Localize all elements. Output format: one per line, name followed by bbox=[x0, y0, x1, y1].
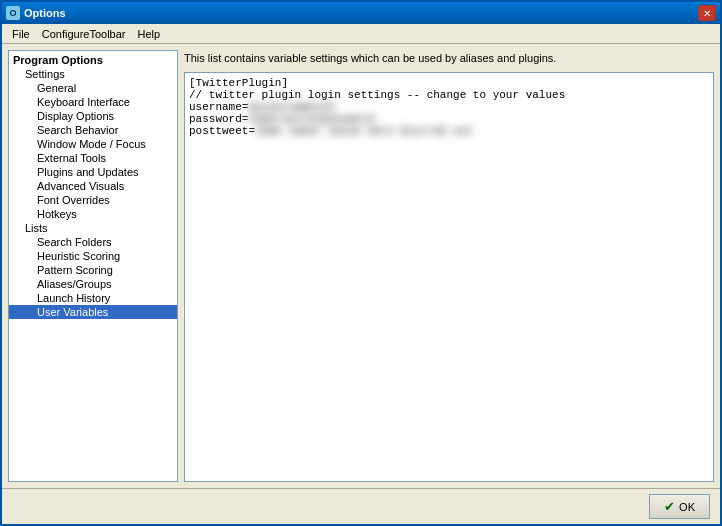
sidebar-item-search-folders[interactable]: Search Folders bbox=[9, 235, 177, 249]
menu-file[interactable]: File bbox=[6, 26, 36, 42]
description-text: This list contains variable settings whi… bbox=[184, 50, 714, 66]
editor-line2: // twitter plugin login settings -- chan… bbox=[189, 89, 565, 101]
main-panel: This list contains variable settings whi… bbox=[184, 50, 714, 482]
editor-line3: username= bbox=[189, 101, 248, 113]
title-bar: O Options ✕ bbox=[2, 2, 720, 24]
content-area: Program Options Settings General Keyboar… bbox=[2, 44, 720, 488]
sidebar-item-pattern-scoring[interactable]: Pattern Scoring bbox=[9, 263, 177, 277]
close-button[interactable]: ✕ bbox=[698, 5, 716, 21]
sidebar-item-search-behavior[interactable]: Search Behavior bbox=[9, 123, 177, 137]
editor-line5: posttweet= bbox=[189, 125, 255, 137]
sidebar-item-heuristic-scoring[interactable]: Heuristic Scoring bbox=[9, 249, 177, 263]
sidebar-item-program-options[interactable]: Program Options bbox=[9, 53, 177, 67]
sidebar-item-lists[interactable]: Lists bbox=[9, 221, 177, 235]
sidebar-item-advanced-visuals[interactable]: Advanced Visuals bbox=[9, 179, 177, 193]
sidebar-item-display-options[interactable]: Display Options bbox=[9, 109, 177, 123]
footer: ✔ OK bbox=[2, 488, 720, 524]
editor-line4: password= bbox=[189, 113, 248, 125]
editor-area[interactable]: [TwitterPlugin] // twitter plugin login … bbox=[184, 72, 714, 482]
ok-checkmark: ✔ bbox=[664, 499, 675, 514]
sidebar-item-keyboard-interface[interactable]: Keyboard Interface bbox=[9, 95, 177, 109]
sidebar-item-settings[interactable]: Settings bbox=[9, 67, 177, 81]
sidebar-item-user-variables[interactable]: User Variables bbox=[9, 305, 177, 319]
ok-label: OK bbox=[679, 501, 695, 513]
sidebar-item-aliases-groups[interactable]: Aliases/Groups bbox=[9, 277, 177, 291]
menu-bar: File ConfigureToolbar Help bbox=[2, 24, 720, 44]
window-title: Options bbox=[24, 7, 66, 19]
sidebar-item-plugins-and-updates[interactable]: Plugins and Updates bbox=[9, 165, 177, 179]
sidebar-tree: Program Options Settings General Keyboar… bbox=[8, 50, 178, 482]
editor-username-value: myusername123 bbox=[248, 101, 334, 113]
title-bar-left: O Options bbox=[6, 6, 66, 20]
options-window: O Options ✕ File ConfigureToolbar Help P… bbox=[0, 0, 722, 526]
window-icon: O bbox=[6, 6, 20, 20]
editor-password-value: supersecretpassword bbox=[248, 113, 373, 125]
sidebar-item-window-mode-focus[interactable]: Window Mode / Focus bbox=[9, 137, 177, 151]
menu-configure-toolbar[interactable]: ConfigureToolbar bbox=[36, 26, 132, 42]
menu-help[interactable]: Help bbox=[132, 26, 167, 42]
ok-button[interactable]: ✔ OK bbox=[649, 494, 710, 519]
sidebar-item-external-tools[interactable]: External Tools bbox=[9, 151, 177, 165]
sidebar-item-launch-history[interactable]: Launch History bbox=[9, 291, 177, 305]
sidebar-item-hotkeys[interactable]: Hotkeys bbox=[9, 207, 177, 221]
sidebar-item-font-overrides[interactable]: Font Overrides bbox=[9, 193, 177, 207]
editor-posttweet-value: some tweet value here blurred out bbox=[255, 125, 473, 137]
sidebar-item-general[interactable]: General bbox=[9, 81, 177, 95]
editor-line1: [TwitterPlugin] bbox=[189, 77, 288, 89]
